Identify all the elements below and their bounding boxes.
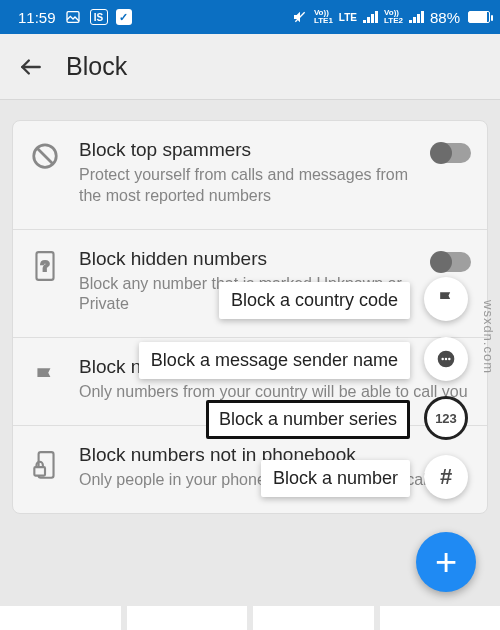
battery-percent: 88% [430, 9, 460, 26]
volte2-indicator: Vo))LTE2 [384, 9, 403, 25]
setting-not-phonebook[interactable]: Block numbers not in phonebook Only peop… [13, 426, 487, 513]
check-badge-icon: ✓ [116, 9, 132, 25]
app-header: Block [0, 34, 500, 100]
tip-sender-name[interactable]: Block a message sender name [139, 342, 410, 379]
image-icon [64, 9, 82, 25]
svg-text:?: ? [40, 257, 49, 274]
phone-lock-icon [29, 450, 61, 482]
status-time: 11:59 [18, 9, 56, 26]
toggle-hidden-numbers[interactable] [431, 252, 471, 272]
signal-bars-1-icon [363, 11, 378, 23]
lte-text: LTE [339, 12, 357, 23]
fab-number[interactable]: # [424, 455, 468, 499]
svg-rect-5 [34, 467, 45, 476]
flag-icon [29, 364, 61, 390]
setting-top-spammers[interactable]: Block top spammers Protect yourself from… [13, 121, 487, 230]
back-button[interactable] [18, 54, 44, 80]
toggle-top-spammers[interactable] [431, 143, 471, 163]
tip-number[interactable]: Block a number [261, 460, 410, 497]
bottom-nav-strip [0, 606, 500, 630]
fab-number-series[interactable]: 123 [424, 396, 468, 440]
volte1-indicator: Vo))LTE1 [314, 9, 333, 25]
watermark: wsxdn.com [481, 300, 496, 374]
fab-country-code[interactable] [424, 277, 468, 321]
status-bar: 11:59 IS ✓ Vo))LTE1 LTE Vo))LTE2 88% [0, 0, 500, 34]
mute-icon [292, 9, 308, 25]
setting-title: Block hidden numbers [79, 248, 413, 270]
unknown-phone-icon: ? [29, 250, 61, 282]
svg-point-9 [448, 358, 451, 361]
page-title: Block [66, 52, 127, 81]
tip-number-series[interactable]: Block a number series [206, 400, 410, 439]
setting-title: Block top spammers [79, 139, 413, 161]
svg-point-7 [441, 358, 444, 361]
fab-add[interactable]: + [416, 532, 476, 592]
tip-country-code[interactable]: Block a country code [219, 282, 410, 319]
battery-icon [468, 11, 490, 23]
setting-subtitle: Protect yourself from calls and messages… [79, 165, 413, 207]
fab-sender-name[interactable] [424, 337, 468, 381]
is-badge-icon: IS [90, 9, 108, 25]
block-icon [29, 141, 61, 171]
signal-bars-2-icon [409, 11, 424, 23]
svg-point-8 [445, 358, 448, 361]
